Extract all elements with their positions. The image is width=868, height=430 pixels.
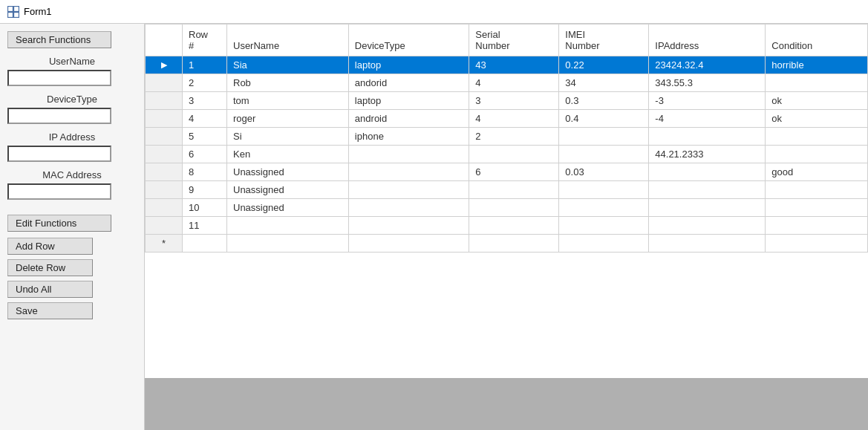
row-devicetype: laptop [348, 56, 469, 74]
sidebar: Search Functions UserName DeviceType IP … [0, 24, 145, 430]
title-text: Form1 [24, 6, 52, 17]
data-table: Row# UserName DeviceType SerialNumber IM… [145, 24, 868, 253]
new-row-cell [227, 235, 349, 253]
table-row[interactable]: 9Unassigned [146, 181, 868, 199]
row-username: Si [227, 128, 349, 146]
row-username: Ken [227, 146, 349, 163]
row-devicetype [348, 163, 469, 181]
username-input[interactable] [7, 70, 111, 86]
row-imei [559, 146, 649, 163]
table-row[interactable]: ▶1Sialaptop430.2223424.32.4horrible [146, 56, 868, 74]
th-indicator [146, 25, 183, 56]
th-row-num: Row# [183, 25, 227, 56]
delete-row-button[interactable]: Delete Row [7, 259, 93, 276]
svg-rect-1 [14, 7, 19, 11]
row-ipaddress [649, 128, 766, 146]
row-indicator [146, 128, 183, 146]
row-num: 8 [183, 163, 227, 181]
row-devicetype: android [348, 110, 469, 128]
macaddress-input[interactable] [7, 183, 111, 200]
form-icon [7, 6, 19, 18]
row-condition [766, 199, 868, 217]
row-devicetype [348, 181, 469, 199]
table-row[interactable]: 10Unassigned [146, 199, 868, 217]
table-header-row: Row# UserName DeviceType SerialNumber IM… [146, 25, 868, 56]
row-condition: horrible [766, 56, 868, 74]
th-serial-number: SerialNumber [469, 25, 559, 56]
row-imei: 0.03 [559, 163, 649, 181]
row-ipaddress: 44.21.2333 [649, 146, 766, 163]
row-ipaddress [649, 163, 766, 181]
row-indicator [146, 146, 183, 163]
new-row-cell [766, 235, 868, 253]
row-indicator [146, 163, 183, 181]
save-button[interactable]: Save [7, 302, 93, 319]
table-row[interactable]: 6Ken44.21.2333 [146, 146, 868, 163]
devicetype-input[interactable] [7, 108, 111, 124]
row-serial: 4 [469, 74, 559, 92]
table-row[interactable]: 3tomlaptop30.3-3ok [146, 92, 868, 110]
row-ipaddress [649, 199, 766, 217]
row-username: Rob [227, 74, 349, 92]
th-imei-number: IMEINumber [559, 25, 649, 56]
table-row[interactable]: 8Unassigned60.03good [146, 163, 868, 181]
username-label: UserName [7, 56, 137, 67]
row-condition: ok [766, 92, 868, 110]
row-serial: 6 [469, 163, 559, 181]
undo-all-button[interactable]: Undo All [7, 281, 93, 298]
row-serial [469, 199, 559, 217]
th-devicetype: DeviceType [348, 25, 469, 56]
row-serial: 2 [469, 128, 559, 146]
search-functions-button[interactable]: Search Functions [7, 31, 111, 48]
macaddress-section: MAC Address [7, 166, 137, 200]
row-num: 2 [183, 74, 227, 92]
devicetype-label: DeviceType [7, 94, 137, 105]
row-num: 9 [183, 181, 227, 199]
table-row[interactable]: 4rogerandroid40.4-4ok [146, 110, 868, 128]
actions-section: Add Row Delete Row Undo All Save [7, 236, 137, 319]
row-indicator: ▶ [146, 56, 183, 74]
new-row-cell [469, 235, 559, 253]
new-row-cell [559, 235, 649, 253]
row-username: roger [227, 110, 349, 128]
new-row-cell [348, 235, 469, 253]
row-devicetype [348, 146, 469, 163]
row-serial: 43 [469, 56, 559, 74]
new-row: * [146, 235, 868, 253]
username-section: UserName [7, 53, 137, 86]
row-devicetype [348, 217, 469, 235]
th-condition: Condition [766, 25, 868, 56]
row-condition [766, 181, 868, 199]
row-ipaddress: -4 [649, 110, 766, 128]
search-section: Search Functions [7, 31, 137, 48]
edit-functions-button[interactable]: Edit Functions [7, 215, 111, 232]
row-devicetype: iphone [348, 128, 469, 146]
row-ipaddress [649, 181, 766, 199]
row-devicetype: laptop [348, 92, 469, 110]
content-area: Row# UserName DeviceType SerialNumber IM… [145, 24, 868, 430]
row-ipaddress: 343.55.3 [649, 74, 766, 92]
row-num: 4 [183, 110, 227, 128]
new-row-cell [649, 235, 766, 253]
svg-rect-3 [14, 13, 19, 17]
row-username: Sia [227, 56, 349, 74]
table-row[interactable]: 2Robandorid434343.55.3 [146, 74, 868, 92]
row-num: 5 [183, 128, 227, 146]
row-username: Unassigned [227, 199, 349, 217]
table-row[interactable]: 11 [146, 217, 868, 235]
row-imei: 0.4 [559, 110, 649, 128]
table-row[interactable]: 5Siiphone2 [146, 128, 868, 146]
row-indicator [146, 110, 183, 128]
row-indicator [146, 74, 183, 92]
new-row-cell [183, 235, 227, 253]
table-container[interactable]: Row# UserName DeviceType SerialNumber IM… [145, 24, 868, 378]
edit-section: Edit Functions [7, 215, 137, 232]
add-row-button[interactable]: Add Row [7, 238, 93, 255]
new-row-indicator: * [146, 235, 183, 253]
ipaddress-input[interactable] [7, 146, 111, 162]
row-username [227, 217, 349, 235]
row-devicetype [348, 199, 469, 217]
row-imei [559, 199, 649, 217]
row-username: tom [227, 92, 349, 110]
svg-rect-0 [8, 7, 13, 11]
